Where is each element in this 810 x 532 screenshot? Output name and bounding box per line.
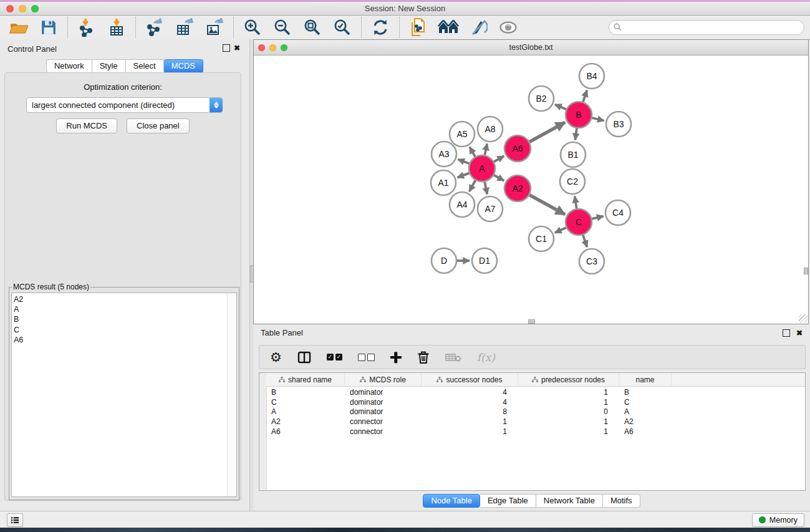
criterion-select[interactable]: largest connected component (directed) bbox=[26, 97, 223, 113]
cell-name[interactable]: C bbox=[619, 398, 672, 407]
graph-edge-A-A7[interactable] bbox=[485, 182, 487, 195]
task-history-button[interactable] bbox=[7, 513, 23, 527]
show-column-panel-button[interactable] bbox=[297, 348, 311, 367]
delete-table-button[interactable] bbox=[445, 348, 461, 367]
graph-node-B1[interactable]: B1 bbox=[561, 142, 586, 167]
search-input[interactable] bbox=[609, 20, 804, 35]
cell-shared-name[interactable]: B bbox=[266, 388, 345, 397]
cell-name[interactable]: A6 bbox=[619, 427, 672, 436]
graph-node-B2[interactable]: B2 bbox=[529, 86, 554, 111]
float-table-panel-button[interactable] bbox=[783, 329, 790, 338]
create-column-button[interactable] bbox=[390, 348, 402, 367]
cell-successor-nodes[interactable]: 4 bbox=[422, 388, 518, 397]
mcds-result-item[interactable]: B bbox=[14, 314, 228, 324]
mcds-result-list[interactable]: A2ABCA6 bbox=[12, 293, 228, 496]
cell-shared-name[interactable]: A6 bbox=[266, 427, 345, 436]
table-tab-network-table[interactable]: Network Table bbox=[536, 494, 603, 508]
cell-predecessor-nodes[interactable]: 1 bbox=[518, 388, 619, 397]
column-header-predecessor-nodes[interactable]: predecessor nodes bbox=[518, 373, 619, 386]
table-tab-node-table[interactable]: Node Table bbox=[423, 494, 480, 508]
mcds-result-item[interactable]: C bbox=[14, 325, 228, 335]
network-canvas[interactable]: B4B2BB3A5A8A6B1A3AC2A1A2A4A7C4CC1DD1C3 bbox=[254, 56, 808, 324]
cell-predecessor-nodes[interactable]: 1 bbox=[518, 398, 619, 407]
tab-mcds[interactable]: MCDS bbox=[164, 59, 203, 73]
network-graph[interactable]: B4B2BB3A5A8A6B1A3AC2A1A2A4A7C4CC1DD1C3 bbox=[254, 56, 808, 324]
graph-node-B[interactable]: B bbox=[566, 102, 592, 128]
graph-node-C4[interactable]: C4 bbox=[605, 200, 630, 225]
zoom-out-button[interactable] bbox=[272, 17, 293, 37]
export-image-button[interactable] bbox=[204, 17, 225, 37]
graph-edge-A-A5[interactable] bbox=[470, 147, 475, 157]
cell-predecessor-nodes[interactable]: 1 bbox=[518, 427, 619, 436]
graph-edge-C-C3[interactable] bbox=[583, 235, 587, 247]
memory-button[interactable]: Memory bbox=[752, 513, 804, 527]
cell-shared-name[interactable]: C bbox=[266, 398, 345, 407]
table-row[interactable]: Adominator80A bbox=[266, 407, 805, 417]
cell-successor-nodes[interactable]: 1 bbox=[422, 427, 518, 436]
table-row[interactable]: Bdominator41B bbox=[266, 387, 805, 397]
tab-network[interactable]: Network bbox=[46, 59, 92, 73]
graph-edge-C-C1[interactable] bbox=[555, 228, 566, 233]
table-tab-motifs[interactable]: Motifs bbox=[603, 494, 640, 508]
graph-edge-A-A6[interactable] bbox=[494, 156, 504, 162]
table-row[interactable]: A6connector11A6 bbox=[266, 427, 805, 437]
graph-node-A2[interactable]: A2 bbox=[504, 175, 531, 201]
graph-node-C2[interactable]: C2 bbox=[560, 169, 585, 194]
graph-node-C3[interactable]: C3 bbox=[579, 249, 604, 274]
graph-edge-C-C4[interactable] bbox=[592, 216, 603, 219]
graph-node-A8[interactable]: A8 bbox=[478, 117, 503, 142]
zoom-fit-button[interactable] bbox=[302, 17, 323, 37]
cell-name[interactable]: A bbox=[619, 407, 672, 416]
cell-successor-nodes[interactable]: 1 bbox=[422, 417, 518, 426]
cell-MCDS-role[interactable]: dominator bbox=[345, 388, 422, 397]
select-stepper[interactable] bbox=[210, 98, 223, 112]
hide-labels-button[interactable] bbox=[468, 17, 489, 37]
run-mcds-button[interactable]: Run MCDS bbox=[56, 118, 117, 133]
graph-edge-A2-C[interactable] bbox=[529, 195, 565, 215]
save-session-button[interactable] bbox=[38, 17, 59, 37]
graph-node-A4[interactable]: A4 bbox=[450, 192, 475, 217]
close-table-panel-button[interactable]: ✖ bbox=[796, 329, 803, 337]
mcds-list-scrollbar[interactable] bbox=[227, 293, 236, 496]
graph-edge-A-A4[interactable] bbox=[470, 180, 476, 191]
refresh-layout-button[interactable] bbox=[370, 17, 391, 37]
graph-node-A5[interactable]: A5 bbox=[450, 122, 475, 147]
graph-edge-C-C2[interactable] bbox=[575, 196, 577, 209]
close-panel-button[interactable]: ✖ bbox=[234, 44, 240, 52]
export-network-button[interactable] bbox=[144, 17, 165, 37]
cell-successor-nodes[interactable]: 8 bbox=[422, 407, 518, 416]
cell-name[interactable]: A2 bbox=[619, 417, 672, 426]
duplicate-network-button[interactable] bbox=[408, 17, 429, 37]
home-view-button[interactable] bbox=[438, 17, 459, 37]
node-table[interactable]: shared nameMCDS rolesuccessor nodesprede… bbox=[259, 372, 806, 491]
column-header-MCDS-role[interactable]: MCDS role bbox=[345, 373, 422, 386]
import-table-button[interactable] bbox=[106, 17, 127, 37]
graph-edge-A-A8[interactable] bbox=[485, 144, 487, 155]
select-all-columns-button[interactable]: ✓✓ bbox=[327, 348, 342, 367]
graph-node-A[interactable]: A bbox=[469, 155, 495, 181]
export-table-button[interactable] bbox=[174, 17, 195, 37]
graph-edge-B-B1[interactable] bbox=[575, 128, 577, 140]
table-tab-edge-table[interactable]: Edge Table bbox=[480, 494, 536, 508]
cell-predecessor-nodes[interactable]: 0 bbox=[518, 407, 619, 416]
cell-MCDS-role[interactable]: dominator bbox=[345, 407, 422, 416]
graph-node-A6[interactable]: A6 bbox=[504, 135, 531, 162]
open-session-button[interactable] bbox=[8, 17, 29, 37]
graph-node-B4[interactable]: B4 bbox=[579, 64, 604, 89]
mcds-result-item[interactable]: A6 bbox=[14, 335, 228, 345]
delete-columns-button[interactable] bbox=[417, 348, 430, 367]
show-graphics-details-button[interactable] bbox=[498, 17, 519, 37]
zoom-in-button[interactable] bbox=[242, 17, 263, 37]
cell-predecessor-nodes[interactable]: 1 bbox=[518, 417, 619, 426]
cell-MCDS-role[interactable]: dominator bbox=[345, 398, 422, 407]
import-network-button[interactable] bbox=[76, 17, 97, 37]
mcds-result-item[interactable]: A bbox=[14, 304, 228, 314]
cell-shared-name[interactable]: A bbox=[266, 407, 345, 416]
tab-select[interactable]: Select bbox=[126, 59, 164, 73]
graph-edge-B-B3[interactable] bbox=[592, 118, 604, 121]
table-row[interactable]: Cdominator41C bbox=[266, 397, 805, 407]
graph-node-D1[interactable]: D1 bbox=[472, 248, 497, 273]
zoom-selected-button[interactable] bbox=[332, 17, 353, 37]
cell-name[interactable]: B bbox=[619, 388, 672, 397]
graph-node-A3[interactable]: A3 bbox=[432, 142, 456, 167]
